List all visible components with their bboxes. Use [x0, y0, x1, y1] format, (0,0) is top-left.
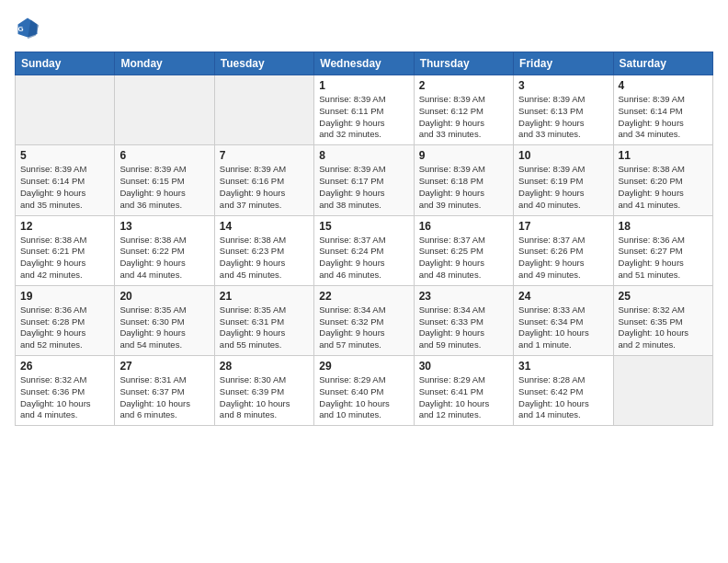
- day-number: 4: [619, 79, 708, 92]
- logo: G: [15, 15, 44, 40]
- day-number: 21: [220, 290, 309, 303]
- day-info: Sunrise: 8:39 AM Sunset: 6:14 PM Dayligh…: [619, 94, 708, 141]
- calendar-cell: 25Sunrise: 8:32 AM Sunset: 6:35 PM Dayli…: [613, 285, 712, 355]
- day-info: Sunrise: 8:39 AM Sunset: 6:19 PM Dayligh…: [518, 164, 608, 211]
- calendar-cell: 31Sunrise: 8:28 AM Sunset: 6:42 PM Dayli…: [514, 356, 613, 426]
- day-info: Sunrise: 8:29 AM Sunset: 6:41 PM Dayligh…: [419, 374, 508, 421]
- calendar-week-row: 5Sunrise: 8:39 AM Sunset: 6:14 PM Daylig…: [16, 145, 713, 215]
- day-number: 2: [419, 79, 508, 92]
- day-info: Sunrise: 8:39 AM Sunset: 6:18 PM Dayligh…: [419, 164, 508, 211]
- day-info: Sunrise: 8:39 AM Sunset: 6:16 PM Dayligh…: [220, 164, 309, 211]
- day-number: 6: [119, 149, 209, 162]
- calendar-cell: 8Sunrise: 8:39 AM Sunset: 6:17 PM Daylig…: [314, 145, 414, 215]
- calendar-week-row: 12Sunrise: 8:38 AM Sunset: 6:21 PM Dayli…: [16, 215, 713, 285]
- day-info: Sunrise: 8:37 AM Sunset: 6:24 PM Dayligh…: [319, 235, 408, 282]
- calendar-cell: 13Sunrise: 8:38 AM Sunset: 6:22 PM Dayli…: [115, 215, 214, 285]
- calendar-cell: 26Sunrise: 8:32 AM Sunset: 6:36 PM Dayli…: [16, 356, 115, 426]
- calendar-cell: 20Sunrise: 8:35 AM Sunset: 6:30 PM Dayli…: [115, 285, 214, 355]
- calendar-week-row: 26Sunrise: 8:32 AM Sunset: 6:36 PM Dayli…: [16, 356, 713, 426]
- day-info: Sunrise: 8:38 AM Sunset: 6:23 PM Dayligh…: [220, 235, 309, 282]
- day-number: 31: [518, 360, 608, 373]
- day-number: 20: [119, 290, 209, 303]
- day-info: Sunrise: 8:39 AM Sunset: 6:11 PM Dayligh…: [319, 94, 408, 141]
- day-number: 5: [20, 149, 109, 162]
- calendar-cell: 1Sunrise: 8:39 AM Sunset: 6:11 PM Daylig…: [314, 75, 414, 145]
- header-row: SundayMondayTuesdayWednesdayThursdayFrid…: [16, 52, 713, 75]
- calendar-cell: 3Sunrise: 8:39 AM Sunset: 6:13 PM Daylig…: [514, 75, 613, 145]
- calendar-cell: 15Sunrise: 8:37 AM Sunset: 6:24 PM Dayli…: [314, 215, 414, 285]
- svg-text:G: G: [18, 25, 24, 33]
- day-info: Sunrise: 8:39 AM Sunset: 6:15 PM Dayligh…: [119, 164, 209, 211]
- calendar-week-row: 1Sunrise: 8:39 AM Sunset: 6:11 PM Daylig…: [16, 75, 713, 145]
- calendar-cell: [613, 356, 712, 426]
- calendar-cell: [16, 75, 115, 145]
- calendar-table: SundayMondayTuesdayWednesdayThursdayFrid…: [15, 52, 713, 426]
- day-number: 27: [119, 360, 209, 373]
- day-number: 3: [518, 79, 608, 92]
- day-info: Sunrise: 8:35 AM Sunset: 6:30 PM Dayligh…: [119, 304, 209, 351]
- day-number: 29: [319, 360, 408, 373]
- day-number: 19: [20, 290, 109, 303]
- day-number: 15: [319, 220, 408, 233]
- day-number: 26: [20, 360, 109, 373]
- calendar-cell: 14Sunrise: 8:38 AM Sunset: 6:23 PM Dayli…: [214, 215, 313, 285]
- calendar-cell: 28Sunrise: 8:30 AM Sunset: 6:39 PM Dayli…: [214, 356, 313, 426]
- weekday-header: Thursday: [414, 52, 513, 75]
- calendar-cell: 24Sunrise: 8:33 AM Sunset: 6:34 PM Dayli…: [514, 285, 613, 355]
- day-number: 10: [518, 149, 608, 162]
- weekday-header: Wednesday: [314, 52, 414, 75]
- day-number: 23: [419, 290, 508, 303]
- calendar-cell: [214, 75, 313, 145]
- calendar-cell: 17Sunrise: 8:37 AM Sunset: 6:26 PM Dayli…: [514, 215, 613, 285]
- day-number: 18: [619, 220, 708, 233]
- day-number: 16: [419, 220, 508, 233]
- day-info: Sunrise: 8:33 AM Sunset: 6:34 PM Dayligh…: [518, 304, 608, 351]
- calendar-cell: 29Sunrise: 8:29 AM Sunset: 6:40 PM Dayli…: [314, 356, 414, 426]
- calendar-cell: 6Sunrise: 8:39 AM Sunset: 6:15 PM Daylig…: [115, 145, 214, 215]
- calendar-week-row: 19Sunrise: 8:36 AM Sunset: 6:28 PM Dayli…: [16, 285, 713, 355]
- day-info: Sunrise: 8:34 AM Sunset: 6:32 PM Dayligh…: [319, 304, 408, 351]
- day-info: Sunrise: 8:36 AM Sunset: 6:28 PM Dayligh…: [20, 304, 109, 351]
- day-number: 12: [20, 220, 109, 233]
- day-info: Sunrise: 8:39 AM Sunset: 6:14 PM Dayligh…: [20, 164, 109, 211]
- day-number: 7: [220, 149, 309, 162]
- day-number: 28: [220, 360, 309, 373]
- day-info: Sunrise: 8:32 AM Sunset: 6:36 PM Dayligh…: [20, 374, 109, 421]
- day-info: Sunrise: 8:30 AM Sunset: 6:39 PM Dayligh…: [220, 374, 309, 421]
- weekday-header: Sunday: [16, 52, 115, 75]
- day-info: Sunrise: 8:34 AM Sunset: 6:33 PM Dayligh…: [419, 304, 508, 351]
- day-info: Sunrise: 8:36 AM Sunset: 6:27 PM Dayligh…: [619, 235, 708, 282]
- day-info: Sunrise: 8:39 AM Sunset: 6:13 PM Dayligh…: [518, 94, 608, 141]
- day-info: Sunrise: 8:28 AM Sunset: 6:42 PM Dayligh…: [518, 374, 608, 421]
- day-number: 17: [518, 220, 608, 233]
- day-number: 30: [419, 360, 508, 373]
- calendar-cell: 7Sunrise: 8:39 AM Sunset: 6:16 PM Daylig…: [214, 145, 313, 215]
- weekday-header: Tuesday: [214, 52, 313, 75]
- calendar-cell: 11Sunrise: 8:38 AM Sunset: 6:20 PM Dayli…: [613, 145, 712, 215]
- day-info: Sunrise: 8:37 AM Sunset: 6:25 PM Dayligh…: [419, 235, 508, 282]
- day-number: 13: [119, 220, 209, 233]
- day-number: 8: [319, 149, 408, 162]
- calendar-cell: 22Sunrise: 8:34 AM Sunset: 6:32 PM Dayli…: [314, 285, 414, 355]
- calendar-cell: 21Sunrise: 8:35 AM Sunset: 6:31 PM Dayli…: [214, 285, 313, 355]
- day-info: Sunrise: 8:38 AM Sunset: 6:22 PM Dayligh…: [119, 235, 209, 282]
- calendar-cell: 27Sunrise: 8:31 AM Sunset: 6:37 PM Dayli…: [115, 356, 214, 426]
- weekday-header: Saturday: [613, 52, 712, 75]
- calendar-cell: 2Sunrise: 8:39 AM Sunset: 6:12 PM Daylig…: [414, 75, 513, 145]
- day-number: 1: [319, 79, 408, 92]
- logo-icon: G: [15, 15, 40, 40]
- calendar-cell: 10Sunrise: 8:39 AM Sunset: 6:19 PM Dayli…: [514, 145, 613, 215]
- day-info: Sunrise: 8:39 AM Sunset: 6:17 PM Dayligh…: [319, 164, 408, 211]
- calendar-cell: 19Sunrise: 8:36 AM Sunset: 6:28 PM Dayli…: [16, 285, 115, 355]
- day-info: Sunrise: 8:32 AM Sunset: 6:35 PM Dayligh…: [619, 304, 708, 351]
- day-info: Sunrise: 8:38 AM Sunset: 6:21 PM Dayligh…: [20, 235, 109, 282]
- day-number: 22: [319, 290, 408, 303]
- day-number: 25: [619, 290, 708, 303]
- day-number: 24: [518, 290, 608, 303]
- day-info: Sunrise: 8:37 AM Sunset: 6:26 PM Dayligh…: [518, 235, 608, 282]
- calendar-cell: 18Sunrise: 8:36 AM Sunset: 6:27 PM Dayli…: [613, 215, 712, 285]
- day-number: 9: [419, 149, 508, 162]
- day-info: Sunrise: 8:35 AM Sunset: 6:31 PM Dayligh…: [220, 304, 309, 351]
- calendar-cell: 16Sunrise: 8:37 AM Sunset: 6:25 PM Dayli…: [414, 215, 513, 285]
- calendar-cell: 9Sunrise: 8:39 AM Sunset: 6:18 PM Daylig…: [414, 145, 513, 215]
